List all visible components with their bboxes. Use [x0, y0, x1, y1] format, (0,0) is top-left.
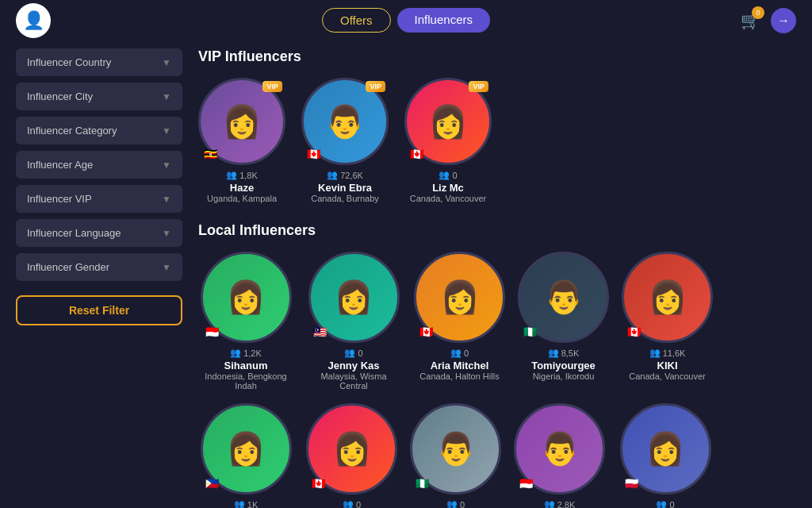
- followers-icon: 👥: [327, 170, 338, 180]
- filter-city[interactable]: Influencer City ▼: [16, 83, 182, 110]
- followers-icon: 👥: [450, 348, 462, 358]
- follower-count: 👥 0: [343, 499, 361, 508]
- flag-badge: 🇳🇬: [521, 325, 538, 338]
- influencer-location: Malaysia, Wisma Central: [306, 371, 401, 391]
- influencer-name: Jenny Kas: [327, 360, 379, 371]
- influencer-card[interactable]: 👩🇲🇾👥 0Jenny KasMalaysia, Wisma Central: [306, 252, 401, 391]
- flag-badge: 🇨🇦: [625, 325, 642, 338]
- content: VIP Influencers 👩VIP🇺🇬👥 1,8KHazeUganda, …: [198, 48, 796, 508]
- followers-icon: 👥: [446, 499, 458, 508]
- followers-icon: 👥: [548, 348, 559, 358]
- sidebar: Influencer Country ▼ Influencer City ▼ I…: [16, 48, 182, 508]
- chevron-down-icon: ▼: [162, 228, 171, 239]
- filter-vip[interactable]: Influencer VIP ▼: [16, 185, 182, 213]
- follower-count: 👥 72,6K: [327, 170, 363, 180]
- local-influencers-row1: 👩🇮🇩👥 1,2KSihanumIndonesia, Bengkong Inda…: [198, 252, 796, 391]
- chevron-down-icon: ▼: [162, 125, 171, 137]
- follower-count: 👥 8,5K: [548, 348, 580, 358]
- tab-offers[interactable]: Offers: [322, 8, 391, 33]
- header: 👤 Offers Influencers 🛒 0 →: [0, 0, 812, 40]
- follower-count: 👥 2,8K: [544, 499, 576, 508]
- influencer-location: Canada, Vancouver: [629, 371, 705, 381]
- influencer-card[interactable]: 👩VIP🇨🇦👥 0Liz McCanada, Vancouver: [404, 78, 492, 203]
- main-layout: Influencer Country ▼ Influencer City ▼ I…: [0, 40, 812, 508]
- vip-badge: VIP: [262, 81, 282, 92]
- influencer-card[interactable]: 👩🇵🇭👥 1KDanniPhilippines, Davao del Sur: [198, 403, 293, 508]
- local-section-title: Local Influencers: [198, 222, 796, 239]
- filter-gender[interactable]: Influencer Gender ▼: [16, 253, 182, 281]
- follower-count: 👥 0: [446, 499, 465, 508]
- influencer-name: Haze: [230, 182, 254, 194]
- flag-badge: 🇵🇱: [623, 477, 641, 490]
- followers-icon: 👥: [544, 499, 555, 508]
- flag-badge: 🇮🇩: [517, 477, 534, 490]
- influencer-name: Kevin Ebra: [318, 182, 372, 194]
- flag-badge: 🇲🇾: [312, 325, 329, 338]
- followers-icon: 👥: [439, 170, 450, 180]
- filter-age[interactable]: Influencer Age ▼: [16, 151, 182, 179]
- followers-icon: 👥: [649, 348, 661, 358]
- influencer-card[interactable]: 👩🇨🇦👥 11,6KKIKICanada, Vancouver: [622, 252, 713, 391]
- follower-count: 👥 0: [656, 499, 674, 508]
- influencer-card[interactable]: 👩🇵🇱👥 0Olivia SmithPoland, 01-208 Warszaw…: [618, 403, 713, 508]
- follower-count: 👥 0: [450, 348, 469, 358]
- tab-influencers[interactable]: Influencers: [397, 8, 490, 33]
- logo[interactable]: 👤: [16, 3, 51, 38]
- flag-badge: 🇨🇦: [309, 477, 327, 490]
- cart-badge: 0: [752, 6, 764, 19]
- flag-badge: 🇳🇬: [413, 477, 431, 490]
- filter-language[interactable]: Influencer Language ▼: [16, 219, 182, 247]
- vip-badge: VIP: [469, 81, 488, 92]
- follower-count: 👥 1,8K: [226, 170, 258, 180]
- influencer-card[interactable]: 👨VIP🇨🇦👥 72,6KKevin EbraCanada, Burnaby: [301, 78, 389, 203]
- chevron-down-icon: ▼: [162, 91, 171, 102]
- vip-section: VIP Influencers 👩VIP🇺🇬👥 1,8KHazeUganda, …: [198, 48, 796, 203]
- cart-icon[interactable]: 🛒 0: [737, 8, 763, 33]
- chevron-down-icon: ▼: [162, 194, 171, 205]
- filter-country[interactable]: Influencer Country ▼: [16, 48, 182, 76]
- follower-count: 👥 1K: [234, 499, 258, 508]
- followers-icon: 👥: [226, 170, 237, 180]
- followers-icon: 👥: [234, 499, 245, 508]
- header-icons: 🛒 0 →: [737, 8, 796, 33]
- influencer-card[interactable]: 👩🇨🇦👥 0Catherine TeCanada, Keremeos: [306, 403, 397, 508]
- influencer-location: Nigeria, Ikorodu: [533, 371, 595, 381]
- follower-count: 👥 0: [439, 170, 457, 180]
- flag-badge: 🇨🇦: [304, 148, 322, 160]
- filter-category[interactable]: Influencer Category ▼: [16, 117, 182, 144]
- influencer-card[interactable]: 👩VIP🇺🇬👥 1,8KHazeUganda, Kampala: [198, 78, 285, 203]
- influencer-name: Tomiyourgee: [531, 360, 596, 371]
- local-influencers-row2: 👩🇵🇭👥 1KDanniPhilippines, Davao del Sur👩🇨…: [198, 403, 796, 508]
- influencer-name: KIKI: [657, 360, 678, 371]
- followers-icon: 👥: [230, 348, 241, 358]
- vip-section-title: VIP Influencers: [198, 48, 796, 65]
- follower-count: 👥 1,2K: [230, 348, 262, 358]
- reset-filter-button[interactable]: Reset Filter: [16, 295, 182, 325]
- influencer-name: Liz Mc: [432, 182, 464, 194]
- flag-badge: 🇨🇦: [417, 325, 435, 338]
- flag-badge: 🇵🇭: [204, 477, 221, 490]
- influencer-location: Uganda, Kampala: [207, 194, 277, 203]
- follower-count: 👥 0: [344, 348, 362, 358]
- login-icon[interactable]: →: [771, 8, 796, 33]
- influencer-card[interactable]: 👨🇮🇩👥 2,8KMhmdrfiihsnaIndonesia, West Jav…: [514, 403, 605, 508]
- vip-badge: VIP: [366, 81, 385, 92]
- followers-icon: 👥: [343, 499, 354, 508]
- influencer-name: Sihanum: [224, 360, 268, 371]
- chevron-down-icon: ▼: [162, 262, 171, 273]
- influencer-location: Indonesia, Bengkong Indah: [198, 371, 293, 391]
- nav-tabs: Offers Influencers: [322, 8, 490, 33]
- chevron-down-icon: ▼: [162, 57, 171, 68]
- influencer-card[interactable]: 👨🇳🇬👥 8,5KTomiyourgeeNigeria, Ikorodu: [518, 252, 609, 391]
- influencer-location: Canada, Halton Hills: [419, 371, 499, 381]
- influencer-name: Aria Mitchel: [431, 360, 489, 371]
- follower-count: 👥 11,6K: [649, 348, 686, 358]
- followers-icon: 👥: [344, 348, 355, 358]
- flag-badge: 🇺🇬: [201, 148, 219, 160]
- local-section: Local Influencers 👩🇮🇩👥 1,2KSihanumIndone…: [198, 222, 796, 508]
- influencer-card[interactable]: 👨🇳🇬👥 0OkwaspecialNigeria, 220101: [410, 403, 501, 508]
- vip-influencers-list: 👩VIP🇺🇬👥 1,8KHazeUganda, Kampala👨VIP🇨🇦👥 7…: [198, 78, 796, 203]
- influencer-card[interactable]: 👩🇮🇩👥 1,2KSihanumIndonesia, Bengkong Inda…: [198, 252, 293, 391]
- flag-badge: 🇨🇦: [408, 148, 425, 160]
- influencer-card[interactable]: 👩🇨🇦👥 0Aria MitchelCanada, Halton Hills: [414, 252, 505, 391]
